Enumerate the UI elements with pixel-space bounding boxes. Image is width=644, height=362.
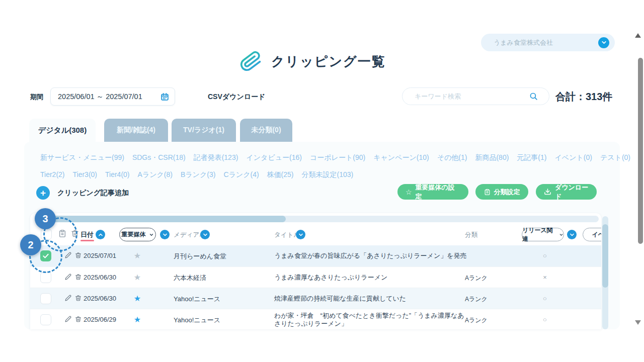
release-filter-dropdown[interactable]: リリース関連 bbox=[522, 228, 564, 241]
search-input[interactable] bbox=[415, 93, 515, 100]
star-icon[interactable]: ★ bbox=[132, 315, 142, 324]
table-row[interactable]: 2025/06/30 ★ Yahoo!ニュース 焼津産鰹節の持続可能な生産に貢献… bbox=[30, 288, 601, 309]
edit-pencil-icon[interactable] bbox=[65, 316, 71, 322]
event-filter-dropdown[interactable]: イベン bbox=[583, 228, 601, 241]
period-value: 2025/06/01 ～ 2025/07/01 bbox=[58, 92, 142, 102]
category-filter-row-1: 新サービス・メニュー(99) SDGs・CSR(18) 記者発表(123) イン… bbox=[40, 153, 630, 162]
tab-newspaper-magazine[interactable]: 新聞/雑誌(4) bbox=[104, 119, 168, 142]
star-icon[interactable]: ★ bbox=[132, 273, 142, 282]
tab-uncategorized[interactable]: 未分類(0) bbox=[240, 119, 292, 142]
plus-icon: + bbox=[36, 186, 50, 200]
scrollbar-thumb[interactable] bbox=[638, 58, 643, 244]
delete-trash-icon[interactable] bbox=[75, 295, 82, 302]
column-header-category: 分類 bbox=[465, 231, 477, 239]
filter-link[interactable]: SDGs・CSR(18) bbox=[132, 153, 186, 162]
keyword-search-box[interactable] bbox=[402, 87, 549, 105]
filter-link[interactable]: Cランク(4) bbox=[223, 170, 259, 179]
filter-link[interactable]: 新サービス・メニュー(99) bbox=[40, 153, 124, 162]
horizontal-scrollbar[interactable] bbox=[43, 216, 599, 222]
star-icon[interactable]: ★ bbox=[132, 251, 142, 260]
important-media-settings-button[interactable]: ☆ 重要媒体の設定 bbox=[397, 184, 468, 200]
filter-link[interactable]: その他(1) bbox=[437, 153, 467, 162]
cell-date: 2025/07/01 bbox=[84, 252, 116, 259]
edit-pencil-icon[interactable] bbox=[65, 274, 71, 280]
period-date-range-input[interactable]: 2025/06/01 ～ 2025/07/01 bbox=[50, 87, 175, 106]
scrollbar-down-arrow[interactable] bbox=[635, 320, 641, 325]
cell-media-name: 月刊らーめん食堂 bbox=[174, 252, 226, 261]
important-media-filter-dropdown[interactable]: 重要媒体 bbox=[119, 228, 156, 241]
scrollbar-up-arrow[interactable] bbox=[635, 33, 641, 38]
delete-trash-icon[interactable] bbox=[75, 316, 82, 323]
filter-link[interactable]: Tier3(0) bbox=[73, 170, 98, 179]
cell-release-mark: ○ bbox=[540, 295, 550, 302]
page-title-block: クリッピング一覧 bbox=[240, 50, 386, 73]
row-checkbox[interactable] bbox=[40, 272, 51, 283]
dropdown-label: イベン bbox=[592, 230, 601, 239]
filter-link[interactable]: テスト(0) bbox=[600, 153, 630, 162]
cell-release-mark: ○ bbox=[540, 252, 550, 259]
horizontal-scrollbar-thumb[interactable] bbox=[43, 216, 286, 222]
row-checkbox[interactable] bbox=[40, 293, 51, 304]
category-settings-button[interactable]: 分類設定 bbox=[475, 184, 528, 200]
search-icon[interactable] bbox=[529, 92, 538, 101]
dropdown-label: 重要媒体 bbox=[122, 230, 146, 239]
delete-trash-icon[interactable] bbox=[75, 252, 82, 259]
cell-media-name: 六本木経済 bbox=[174, 274, 206, 283]
cell-category: Aランク bbox=[465, 316, 488, 325]
page-title: クリッピング一覧 bbox=[271, 53, 386, 70]
cell-date: 2025/06/30 bbox=[84, 295, 116, 302]
column-header-date[interactable]: 日付 bbox=[80, 230, 94, 239]
filter-link[interactable]: 分類未設定(103) bbox=[302, 170, 354, 179]
annotation-step-3-badge: 3 bbox=[35, 208, 56, 229]
date-sort-active-underline bbox=[80, 240, 94, 241]
chevron-down-icon[interactable] bbox=[567, 230, 577, 239]
filter-link[interactable]: コーポレート(90) bbox=[310, 153, 365, 162]
dropdown-label: リリース関連 bbox=[522, 226, 556, 243]
filter-link[interactable]: インタビュー(16) bbox=[246, 153, 302, 162]
filter-link[interactable]: Bランク(3) bbox=[181, 170, 215, 179]
table-vertical-scrollbar-thumb[interactable] bbox=[602, 224, 608, 288]
cell-date: 2025/06/29 bbox=[84, 316, 116, 323]
row-checkbox[interactable] bbox=[40, 314, 51, 325]
star-icon[interactable]: ★ bbox=[132, 294, 142, 303]
cell-release-mark: ○ bbox=[540, 316, 550, 323]
paperclip-icon bbox=[240, 50, 262, 73]
filter-link[interactable]: Tier2(2) bbox=[40, 170, 65, 179]
table-vertical-scrollbar[interactable] bbox=[602, 216, 608, 329]
button-label: 重要媒体の設定 bbox=[416, 183, 460, 201]
filter-link[interactable]: Aランク(8) bbox=[138, 170, 173, 179]
calendar-icon[interactable] bbox=[160, 93, 169, 101]
csv-download-link[interactable]: CSVダウンロード bbox=[208, 93, 265, 102]
download-icon bbox=[544, 188, 551, 196]
delete-trash-icon[interactable] bbox=[75, 274, 82, 281]
filter-link[interactable]: キャンペーン(10) bbox=[373, 153, 429, 162]
filter-link[interactable]: 記者発表(123) bbox=[194, 153, 238, 162]
filter-link[interactable]: 株価(25) bbox=[267, 170, 294, 179]
filter-link[interactable]: Tier4(0) bbox=[105, 170, 130, 179]
cell-title: うまみ食堂が春の旨味広がる「あさりたっぷりラーメン」を発売 bbox=[274, 252, 468, 260]
table-row[interactable]: 2025/06/29 ★ Yahoo!ニュース わが家・坪倉 “初めて食べたとき… bbox=[30, 309, 601, 329]
table-row[interactable]: 2025/07/01 ★ 月刊らーめん食堂 うまみ食堂が春の旨味広がる「あさりた… bbox=[30, 245, 601, 266]
chevron-down-icon[interactable] bbox=[160, 230, 170, 239]
edit-pencil-icon[interactable] bbox=[65, 252, 71, 258]
edit-pencil-icon[interactable] bbox=[65, 295, 71, 301]
annotation-step-2-badge: 2 bbox=[20, 234, 41, 255]
add-clipping-button[interactable]: + クリッピング記事追加 bbox=[36, 186, 129, 200]
clipping-table: 日付 重要媒体 メディア名 タイトル 分類 リリース関連 イベン bbox=[30, 213, 601, 329]
filter-link[interactable]: 新商品(80) bbox=[475, 153, 509, 162]
button-label: ダウンロード bbox=[555, 183, 589, 201]
download-button[interactable]: ダウンロード bbox=[536, 184, 597, 200]
cell-category: Aランク bbox=[465, 295, 488, 304]
cell-title: 焼津産鰹節の持続可能な生産に貢献していた bbox=[274, 295, 468, 303]
sort-up-icon[interactable] bbox=[96, 230, 105, 239]
filter-link[interactable]: 元記事(1) bbox=[517, 153, 546, 162]
chevron-down-icon[interactable] bbox=[296, 230, 305, 239]
table-row[interactable]: 2025/06/30 ★ 六本木経済 うまみ濃厚なあさりたっぷりラーメン Aラン… bbox=[30, 266, 601, 288]
tab-tv-radio[interactable]: TV/ラジオ(1) bbox=[172, 119, 236, 142]
cell-media-name: Yahoo!ニュース bbox=[174, 295, 220, 304]
chevron-down-icon[interactable] bbox=[200, 230, 210, 239]
filter-link[interactable]: イベント(0) bbox=[554, 153, 592, 162]
chevron-down-icon[interactable] bbox=[598, 37, 609, 48]
tab-digital[interactable]: デジタル(308) bbox=[29, 119, 96, 142]
company-selector[interactable]: うまみ食堂株式会社 bbox=[481, 34, 615, 51]
